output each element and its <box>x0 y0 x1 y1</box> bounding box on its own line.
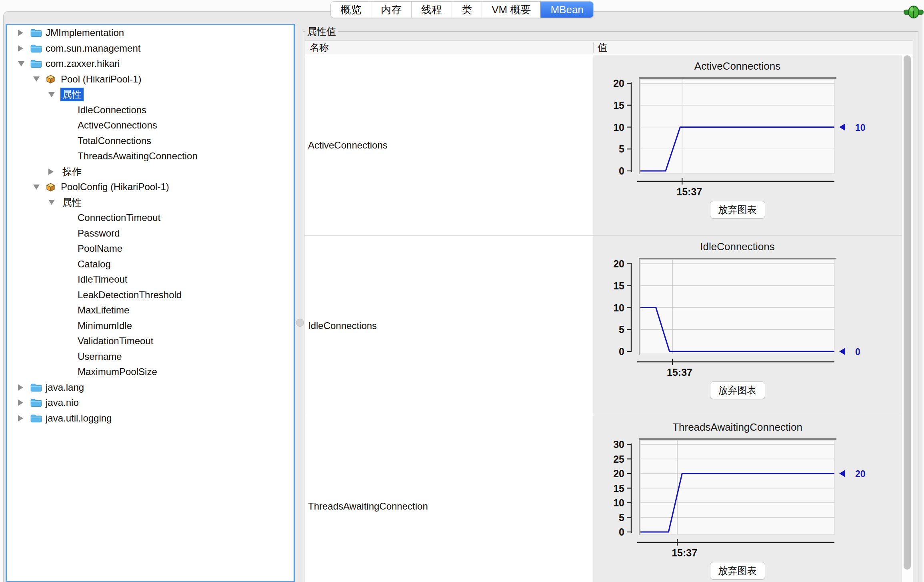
folder-icon <box>30 28 44 38</box>
discard-chart-button[interactable]: 放弃图表 <box>710 562 765 580</box>
attribute-value-cell: IdleConnections 05101520015:37 放弃图表 <box>593 236 913 416</box>
tree-item-idletimeout[interactable]: IdleTimeout <box>7 272 294 287</box>
collapse-arrow-icon[interactable] <box>48 92 55 97</box>
tree-item-label: PoolName <box>76 243 124 255</box>
discard-chart-button[interactable]: 放弃图表 <box>710 201 765 219</box>
expand-arrow-icon[interactable] <box>18 384 23 391</box>
tree-item-java-nio[interactable]: java.nio <box>7 395 294 411</box>
svg-text:15:37: 15:37 <box>667 367 692 377</box>
tree-item-java-util-logging[interactable]: java.util.logging <box>7 411 294 426</box>
tree-item-catalog[interactable]: Catalog <box>7 257 294 272</box>
chart-title: IdleConnections <box>640 241 834 253</box>
tree-item-poolname[interactable]: PoolName <box>7 241 294 257</box>
collapse-arrow-icon[interactable] <box>48 200 55 205</box>
mbean-icon <box>45 182 59 193</box>
tree-item-label: ConnectionTimeout <box>76 212 162 224</box>
tree-item-label: java.util.logging <box>44 412 114 424</box>
tree-item-label: IdleTimeout <box>76 273 130 285</box>
svg-text:5: 5 <box>619 143 624 155</box>
tree-item-label: com.sun.management <box>44 42 142 54</box>
tree-item-idleconnections[interactable]: IdleConnections <box>7 102 294 118</box>
tab-bar: 概览内存线程类VM 概要MBean <box>330 1 594 18</box>
svg-text:20: 20 <box>613 78 624 89</box>
mbean-tree: JMImplementationcom.sun.managementcom.za… <box>6 24 295 582</box>
tree-item-label: LeakDetectionThreshold <box>76 289 184 301</box>
tree-item-java-lang[interactable]: java.lang <box>7 380 294 395</box>
svg-text:0: 0 <box>619 346 624 357</box>
tab-overview[interactable]: 概览 <box>331 2 371 18</box>
tree-item-leakdetectionthreshold[interactable]: LeakDetectionThreshold <box>7 287 294 303</box>
collapse-arrow-icon[interactable] <box>18 61 24 66</box>
tree-item-maxlifetime[interactable]: MaxLifetime <box>7 303 294 318</box>
tree-item-validationtimeout[interactable]: ValidationTimeout <box>7 333 294 349</box>
svg-text:0: 0 <box>619 165 624 177</box>
tree-item-password[interactable]: Password <box>7 226 294 241</box>
attribute-value-cell: ActiveConnections 051015201015:37 放弃图表 <box>593 55 913 235</box>
expand-arrow-icon[interactable] <box>18 45 23 52</box>
attribute-table: 名称 值 ActiveConnections ActiveConnections… <box>305 40 913 582</box>
tree-item-maximumpoolsize[interactable]: MaximumPoolSize <box>7 364 294 380</box>
group-title: 属性值 <box>305 25 338 38</box>
collapse-arrow-icon[interactable] <box>33 76 40 82</box>
tab-threads[interactable]: 线程 <box>411 2 452 18</box>
tree-item-connectiontimeout[interactable]: ConnectionTimeout <box>7 210 294 226</box>
svg-text:20: 20 <box>855 469 866 479</box>
tab-classes[interactable]: 类 <box>452 2 482 18</box>
table-row: IdleConnections IdleConnections 05101520… <box>305 236 913 416</box>
tree-item-threadsawaitingconnection[interactable]: ThreadsAwaitingConnection <box>7 149 294 164</box>
folder-icon <box>30 59 44 68</box>
attribute-value-cell: ThreadsAwaitingConnection 05101520253020… <box>593 416 913 582</box>
discard-chart-button[interactable]: 放弃图表 <box>710 381 765 399</box>
jconsole-window: 概览内存线程类VM 概要MBean JMImplementationcom.su… <box>0 0 924 582</box>
tree-item-属性[interactable]: 属性 <box>7 87 294 102</box>
scrollbar-thumb[interactable] <box>904 55 911 570</box>
line-chart: 0510152025302015:37 <box>593 437 913 560</box>
expand-arrow-icon[interactable] <box>18 399 23 406</box>
tree-item-label: Catalog <box>76 258 113 270</box>
tree-item-pool-hikaripool-1[interactable]: Pool (HikariPool-1) <box>7 72 294 87</box>
tab-mbean[interactable]: MBean <box>540 2 593 18</box>
svg-text:10: 10 <box>613 122 624 133</box>
tree-item-username[interactable]: Username <box>7 349 294 365</box>
column-header-name[interactable]: 名称 <box>305 41 593 54</box>
connection-status-icon <box>903 4 924 20</box>
svg-text:15:37: 15:37 <box>676 186 702 197</box>
tree-item-label: IdleConnections <box>76 104 148 116</box>
chart-title: ThreadsAwaitingConnection <box>640 421 834 433</box>
line-chart: 051015201015:37 <box>593 76 913 199</box>
expand-arrow-icon[interactable] <box>18 30 23 36</box>
tree-item-poolconfig-hikaripool-1[interactable]: PoolConfig (HikariPool-1) <box>7 179 294 195</box>
tab-vm-summary[interactable]: VM 概要 <box>482 2 540 18</box>
tab-memory[interactable]: 内存 <box>371 2 411 18</box>
tree-item-label: ThreadsAwaitingConnection <box>76 150 200 162</box>
tree-item-label: 操作 <box>60 165 84 179</box>
column-header-value[interactable]: 值 <box>593 42 607 53</box>
expand-arrow-icon[interactable] <box>48 169 54 175</box>
attribute-name-cell[interactable]: ThreadsAwaitingConnection <box>305 416 593 582</box>
collapse-arrow-icon[interactable] <box>33 185 40 190</box>
tree-item-label: MaximumPoolSize <box>76 366 159 378</box>
vertical-scrollbar[interactable] <box>902 55 913 582</box>
tree-item-totalconnections[interactable]: TotalConnections <box>7 133 294 149</box>
table-header: 名称 值 <box>305 40 913 55</box>
chart-canvas-svg: 051015201015:37 <box>593 76 897 197</box>
chart-canvas-svg: 05101520015:37 <box>593 257 897 377</box>
tree-item-com-zaxxer-hikari[interactable]: com.zaxxer.hikari <box>7 56 294 72</box>
tree-item-label: com.zaxxer.hikari <box>44 58 122 70</box>
expand-arrow-icon[interactable] <box>18 415 23 421</box>
tree-item-属性[interactable]: 属性 <box>7 195 294 211</box>
tree-item-jmimplementation[interactable]: JMImplementation <box>7 25 294 41</box>
tree-item-activeconnections[interactable]: ActiveConnections <box>7 118 294 133</box>
tree-item-minimumidle[interactable]: MinimumIdle <box>7 318 294 334</box>
svg-text:15: 15 <box>613 483 624 494</box>
attribute-name-cell[interactable]: ActiveConnections <box>305 55 593 235</box>
tree-item-label: ValidationTimeout <box>76 335 155 347</box>
svg-text:5: 5 <box>619 512 624 523</box>
attribute-name-cell[interactable]: IdleConnections <box>305 236 593 416</box>
chart-canvas-svg: 0510152025302015:37 <box>593 437 897 558</box>
tree-item-com-sun-management[interactable]: com.sun.management <box>7 41 294 56</box>
tree-item-label: MaxLifetime <box>76 304 131 316</box>
folder-icon <box>30 44 44 53</box>
tree-item-操作[interactable]: 操作 <box>7 164 294 180</box>
tree-item-label: JMImplementation <box>44 27 126 39</box>
